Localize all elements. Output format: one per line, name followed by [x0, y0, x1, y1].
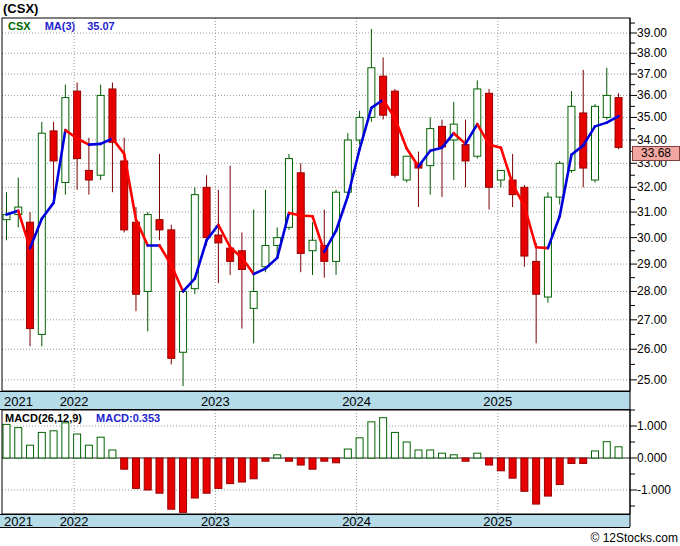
candle-body — [144, 215, 151, 292]
candle-body — [74, 91, 81, 158]
macd-bar — [356, 438, 363, 458]
ma-line-segment — [277, 213, 289, 258]
year-label-top: 2025 — [481, 394, 515, 409]
price-tick-label: 38.00 — [637, 46, 667, 60]
candle-body — [250, 291, 257, 308]
ma-line-segment — [254, 269, 266, 274]
macd-bar — [85, 445, 92, 458]
price-tick-label: 32.00 — [637, 180, 667, 194]
macd-bar — [474, 453, 481, 458]
macd-bar — [121, 458, 128, 469]
price-tick-label: 27.00 — [637, 313, 667, 327]
macd-bar — [450, 455, 457, 458]
macd-bar — [615, 447, 622, 458]
macd-bar — [544, 458, 551, 496]
year-label-bottom: 2024 — [340, 514, 374, 529]
ma-line-segment — [112, 138, 124, 153]
year-label-top: 2023 — [198, 394, 232, 409]
macd-bar — [603, 442, 610, 458]
chart-canvas — [0, 0, 680, 546]
macd-bar — [62, 423, 69, 458]
macd-bar — [344, 449, 351, 458]
macd-bar — [144, 458, 151, 490]
macd-bar — [180, 458, 187, 512]
price-tick-label: 25.00 — [637, 373, 667, 387]
candle-body — [603, 95, 610, 117]
macd-bar — [297, 458, 304, 465]
candle-body — [215, 235, 222, 243]
macd-bar — [191, 458, 198, 498]
copyright-text: © 12Stocks.com — [590, 531, 678, 545]
macd-bar — [15, 428, 22, 458]
macd-tick-label: -1.000 — [637, 483, 671, 497]
candle-body — [85, 170, 92, 180]
macd-bar — [391, 432, 398, 458]
price-tick-label: 29.00 — [637, 257, 667, 271]
candle-body — [592, 106, 599, 180]
candle-body — [156, 220, 163, 230]
price-tick-label: 26.00 — [637, 342, 667, 356]
candle-body — [533, 261, 540, 294]
macd-bar — [274, 455, 281, 458]
macd-bar — [380, 418, 387, 458]
candle-body — [97, 95, 104, 175]
macd-tick-label: 1.000 — [637, 419, 667, 433]
macd-tick-label: 0.000 — [637, 451, 667, 465]
candle-body — [556, 163, 563, 197]
last-price-badge: 33.68 — [632, 146, 680, 161]
macd-bar — [521, 458, 528, 491]
candle-body — [297, 173, 304, 254]
price-tick-label: 35.00 — [637, 110, 667, 124]
macd-bar — [109, 450, 116, 458]
candle-body — [403, 156, 410, 180]
price-tick-label: 37.00 — [637, 67, 667, 81]
price-tick-label: 39.00 — [637, 26, 667, 40]
candle-body — [427, 129, 434, 166]
price-tick-label: 31.00 — [637, 205, 667, 219]
macd-bar — [309, 458, 316, 469]
candle-body — [38, 133, 45, 334]
year-label-bottom: 2025 — [481, 514, 515, 529]
year-label-top: 2024 — [340, 394, 374, 409]
year-label-bottom: 2021 — [4, 514, 33, 529]
macd-bar — [262, 458, 269, 461]
candle-body — [180, 291, 187, 352]
stock-chart-page: (CSX) CSXMA(3)35.07 MACD(26,12,9)MACD:0.… — [0, 0, 680, 546]
candle-body — [203, 187, 210, 237]
macd-bar — [38, 432, 45, 458]
year-label-bottom: 2022 — [57, 514, 91, 529]
macd-bar — [321, 458, 328, 461]
price-tick-label: 28.00 — [637, 284, 667, 298]
macd-bar — [368, 422, 375, 458]
candle-body — [497, 170, 504, 180]
candle-body — [615, 98, 622, 148]
year-label-top: 2021 — [4, 394, 33, 409]
candle-body — [462, 145, 469, 161]
macd-bar — [132, 458, 139, 488]
macd-bar — [285, 458, 292, 461]
macd-bar — [592, 451, 599, 458]
macd-bar — [74, 434, 81, 458]
candle-body — [309, 240, 316, 251]
candle-body — [50, 131, 57, 161]
macd-bar — [250, 458, 257, 479]
candle-body — [521, 187, 528, 256]
macd-bar — [97, 437, 104, 458]
macd-bar — [50, 431, 57, 458]
macd-bar — [533, 458, 540, 504]
macd-bar — [438, 453, 445, 458]
candle-body — [109, 89, 116, 142]
macd-bar — [415, 450, 422, 458]
candle-body — [262, 245, 269, 266]
ma-line-segment — [301, 215, 313, 216]
macd-bar — [238, 458, 245, 482]
macd-bar — [203, 458, 210, 493]
macd-bar — [568, 458, 575, 463]
macd-bar — [156, 458, 163, 493]
price-tick-label: 36.00 — [637, 88, 667, 102]
ma-line-segment — [536, 247, 548, 248]
price-tick-label: 34.00 — [637, 133, 667, 147]
ma-line-segment — [89, 144, 101, 145]
macd-bar — [27, 445, 34, 458]
candle-body — [474, 89, 481, 156]
